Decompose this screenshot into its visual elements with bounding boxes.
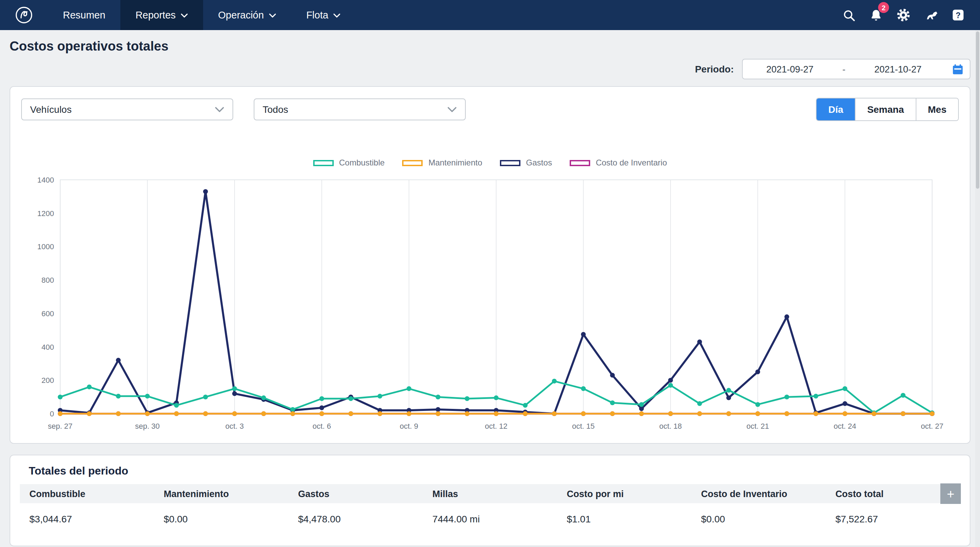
column-header-gastos: Gastos <box>289 488 423 499</box>
legend-item-combustible[interactable]: Combustible <box>313 158 385 167</box>
nav-item-resumen[interactable]: Resumen <box>48 0 120 30</box>
column-header-millas: Millas <box>423 488 557 499</box>
svg-text:oct. 18: oct. 18 <box>659 422 682 431</box>
main-content: Costos operativos totales Periodo: 2021-… <box>0 39 980 546</box>
svg-text:oct. 3: oct. 3 <box>225 422 244 431</box>
chevron-down-icon <box>333 13 340 19</box>
search-button[interactable] <box>835 0 862 30</box>
column-header-combustible: Combustible <box>20 488 154 499</box>
total-value-millas: 7444.00 mi <box>423 514 557 525</box>
scrollbar[interactable] <box>975 30 980 547</box>
nav-item-label: Resumen <box>63 10 105 21</box>
granularity-toggle: DíaSemanaMes <box>816 98 959 121</box>
vehicles-dropdown-value: Vehículos <box>30 104 215 115</box>
svg-text:oct. 9: oct. 9 <box>400 422 418 431</box>
start-date-value[interactable]: 2021-09-27 <box>743 64 837 74</box>
svg-text:sep. 27: sep. 27 <box>48 422 73 431</box>
chevron-down-icon <box>181 13 188 19</box>
svg-text:oct. 12: oct. 12 <box>485 422 508 431</box>
legend-label: Combustible <box>339 158 385 167</box>
help-icon: ? <box>951 8 965 22</box>
legend-swatch <box>402 160 423 166</box>
search-icon <box>842 8 856 22</box>
svg-text:?: ? <box>956 11 961 20</box>
nav-items: ResumenReportesOperaciónFlota <box>48 0 356 30</box>
nav-item-label: Flota <box>306 10 329 21</box>
top-navbar: ResumenReportesOperaciónFlota 2 <box>0 0 980 30</box>
total-value-costo-total: $7,522.67 <box>826 514 960 525</box>
svg-text:oct. 6: oct. 6 <box>313 422 331 431</box>
legend-swatch <box>313 160 334 166</box>
svg-text:200: 200 <box>41 376 54 385</box>
chart-svg: 0200400600800100012001400sep. 27sep. 30o… <box>21 173 958 436</box>
scrollbar-thumb[interactable] <box>976 32 979 189</box>
notification-badge: 2 <box>878 2 889 13</box>
calendar-button[interactable] <box>945 62 970 76</box>
period-label: Periodo: <box>695 64 734 75</box>
svg-text:0: 0 <box>50 410 54 418</box>
svg-text:oct. 27: oct. 27 <box>921 422 943 431</box>
add-button[interactable]: + <box>940 483 961 504</box>
total-value-gastos: $4,478.00 <box>289 514 423 525</box>
help-button[interactable]: ? <box>945 0 972 30</box>
filters-row: Vehículos Todos DíaSemanaMes <box>21 98 959 121</box>
granularity-semana[interactable]: Semana <box>855 99 915 120</box>
notifications-button[interactable]: 2 <box>862 0 890 30</box>
group-dropdown[interactable]: Todos <box>254 99 466 120</box>
legend-label: Gastos <box>526 158 552 167</box>
svg-text:1000: 1000 <box>37 242 54 251</box>
date-range-picker[interactable]: 2021-09-27 - 2021-10-27 <box>742 59 970 80</box>
granularity-mes[interactable]: Mes <box>916 99 958 120</box>
total-value-mantenimiento: $0.00 <box>154 514 289 525</box>
logo[interactable] <box>0 0 48 30</box>
logo-icon <box>14 5 34 25</box>
chart-card: Vehículos Todos DíaSemanaMes Combustible… <box>10 86 970 444</box>
svg-text:oct. 24: oct. 24 <box>834 422 856 431</box>
svg-text:oct. 21: oct. 21 <box>746 422 769 431</box>
svg-text:1400: 1400 <box>37 176 54 184</box>
settings-gear-icon <box>896 8 911 22</box>
total-value-costo-por-mi: $1.01 <box>557 514 691 525</box>
legend-label: Costo de Inventario <box>596 158 667 167</box>
svg-text:600: 600 <box>41 309 54 318</box>
total-value-combustible: $3,044.67 <box>20 514 154 525</box>
column-header-costo-por-mi: Costo por mi <box>557 488 691 499</box>
column-header-costo-de-inventario: Costo de Inventario <box>691 488 826 499</box>
column-header-mantenimiento: Mantenimiento <box>154 488 289 499</box>
kangaroo-icon <box>924 8 938 22</box>
date-separator: - <box>837 64 851 74</box>
period-row: Periodo: 2021-09-27 - 2021-10-27 <box>10 59 970 80</box>
totals-value-cells: $3,044.67$0.00$4,478.007444.00 mi$1.01$0… <box>20 503 960 535</box>
granularity-dia[interactable]: Día <box>817 99 855 120</box>
legend-label: Mantenimiento <box>428 158 482 167</box>
svg-text:sep. 30: sep. 30 <box>135 422 160 431</box>
chart-legend: CombustibleMantenimientoGastosCosto de I… <box>21 158 959 167</box>
end-date-value[interactable]: 2021-10-27 <box>851 64 945 74</box>
svg-text:oct. 15: oct. 15 <box>572 422 595 431</box>
totals-title: Totales del periodo <box>29 465 960 477</box>
page-title: Costos operativos totales <box>10 39 970 54</box>
legend-item-mantenimiento[interactable]: Mantenimiento <box>402 158 482 167</box>
settings-button[interactable] <box>890 0 917 30</box>
totals-table-header: CombustibleMantenimientoGastosMillasCost… <box>20 484 960 503</box>
nav-item-label: Reportes <box>135 10 176 21</box>
legend-swatch <box>500 160 520 166</box>
svg-text:400: 400 <box>41 343 54 351</box>
legend-item-costo-de-inventario[interactable]: Costo de Inventario <box>570 158 667 167</box>
navbar-actions: 2 ? <box>835 0 980 30</box>
app-window: ResumenReportesOperaciónFlota 2 <box>0 0 980 547</box>
vehicles-dropdown[interactable]: Vehículos <box>21 99 233 120</box>
svg-text:800: 800 <box>41 276 54 285</box>
total-value-costo-de-inventario: $0.00 <box>691 514 826 525</box>
legend-swatch <box>570 160 590 166</box>
totals-header-cells: CombustibleMantenimientoGastosMillasCost… <box>20 484 960 503</box>
legend-item-gastos[interactable]: Gastos <box>500 158 552 167</box>
nav-item-label: Operación <box>218 10 264 21</box>
nav-item-reportes[interactable]: Reportes <box>120 0 203 30</box>
totals-card: Totales del periodo CombustibleMantenimi… <box>10 455 970 546</box>
whats-new-button[interactable] <box>917 0 945 30</box>
nav-item-flota[interactable]: Flota <box>291 0 356 30</box>
group-dropdown-value: Todos <box>262 104 447 115</box>
nav-item-operacion[interactable]: Operación <box>203 0 291 30</box>
chevron-down-icon <box>269 13 276 19</box>
